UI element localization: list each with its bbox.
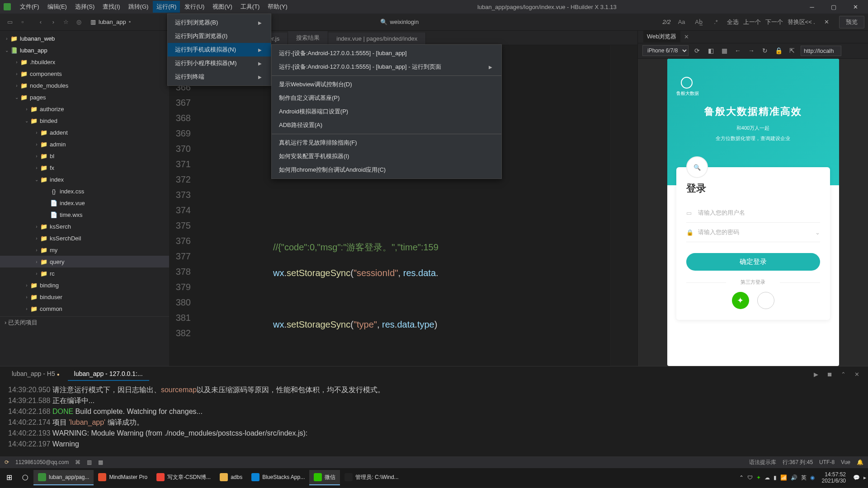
console-clear-icon[interactable]: ✕ (851, 371, 863, 378)
editor-tab[interactable]: index.vue | pages/binded/index (328, 33, 426, 45)
start-button[interactable]: ⊞ (2, 470, 17, 485)
menu-item[interactable]: 运行到小程序模拟器(M)▶ (168, 56, 271, 70)
preview-tab-close-icon[interactable]: ✕ (684, 33, 689, 40)
syntax-hint[interactable]: 语法提示库 (749, 459, 776, 466)
bell-icon[interactable]: 🔔 (857, 459, 863, 465)
menu-item[interactable]: 运行到浏览器(B)▶ (168, 16, 271, 29)
tree-item-addent[interactable]: ›📁addent (0, 127, 169, 138)
tree-item-pages[interactable]: ⌄📁pages (0, 91, 169, 103)
tree-item-my[interactable]: ›📁my (0, 244, 169, 256)
tree-item-bl[interactable]: ›📁bl (0, 150, 169, 162)
tree-item-common[interactable]: ›📁common (0, 303, 169, 314)
menu-item[interactable]: 显示Webview调试控制台(D) (272, 78, 501, 91)
minimize-button[interactable]: ─ (803, 4, 821, 10)
encoding[interactable]: UTF-8 (819, 459, 835, 465)
save-icon[interactable]: ▫ (16, 16, 29, 28)
lock-icon[interactable]: 🔒 (774, 47, 783, 54)
new-file-icon[interactable]: ▭ (4, 16, 16, 28)
tree-item-index.vue[interactable]: 📄index.vue (0, 197, 169, 209)
menu-item[interactable]: 运行-[设备:Android-127.0.0.1:5555] - [luban_… (272, 47, 501, 60)
tree-item-binding[interactable]: ›📁binding (0, 279, 169, 291)
menu-item[interactable]: 运行-[设备:Android-127.0.0.1:5555] - [luban_… (272, 60, 501, 74)
device-select[interactable]: iPhone 6/7/8 (642, 45, 689, 56)
console-tab[interactable]: luban_app - 127.0.0.1:... (68, 367, 149, 381)
preview-url[interactable]: http://localh (801, 46, 841, 56)
word-icon[interactable]: Ab̲ (693, 16, 705, 28)
menu-1[interactable]: 编辑(E) (44, 1, 71, 13)
maximize-button[interactable]: ▢ (825, 4, 843, 10)
taskbar-app[interactable]: BlueStacks App... (247, 470, 309, 485)
tree-item-query[interactable]: ›📁query (0, 256, 169, 267)
closed-projects[interactable]: › 已关闭项目 (0, 316, 169, 328)
menu-item[interactable]: 运行到内置浏览器(I) (168, 29, 271, 43)
menu-item[interactable]: 运行到手机或模拟器(N)▶ (168, 43, 271, 56)
close-search-icon[interactable]: ✕ (824, 19, 829, 25)
user-account[interactable]: 1129861050@qq.com (15, 459, 69, 465)
menu-0[interactable]: 文件(F) (16, 1, 43, 13)
menu-2[interactable]: 选择(S) (71, 1, 98, 13)
taskbar-app[interactable]: 微信 (309, 470, 340, 485)
tree-item-luban_app[interactable]: ⌄📗luban_app (0, 44, 169, 56)
menu-item[interactable]: Android模拟器端口设置(P) (272, 105, 501, 118)
tree-item-authorize[interactable]: ›📁authorize (0, 103, 169, 115)
menu-8[interactable]: 工具(T) (237, 1, 264, 13)
tree-item-binduser[interactable]: ›📁binduser (0, 291, 169, 303)
forward-icon[interactable]: → (746, 47, 756, 54)
toolbar-link[interactable]: 下一个 (765, 19, 783, 25)
menu-item[interactable]: ADB路径设置(A) (272, 118, 501, 132)
console-run-icon[interactable]: ▶ (810, 371, 822, 378)
active-file-tab[interactable]: ▥ luban_app • (85, 14, 136, 30)
menu-item[interactable]: 如何安装配置手机模拟器(I) (272, 150, 501, 163)
inspect-icon[interactable]: ◧ (706, 47, 716, 54)
console-stop-icon[interactable]: ⏹ (824, 371, 835, 378)
panel-icon[interactable]: ▥ (87, 459, 92, 465)
rotate-icon[interactable]: ⟳ (692, 47, 702, 54)
tree-item-components[interactable]: ›📁components (0, 68, 169, 80)
taskbar-clock[interactable]: 14:57:52 2021/6/30 (818, 471, 849, 484)
nav-forward-icon[interactable]: › (47, 16, 60, 28)
nav-back-icon[interactable]: ‹ (34, 16, 47, 28)
language-mode[interactable]: Vue (841, 459, 850, 465)
system-tray[interactable]: ⌃ 🛡 ✦ ☁ ▮ 📶 🔊 英 ◉ 14:57:52 2021/6/30 💬 ▸ (739, 471, 866, 484)
toolbar-link[interactable]: 全选 (727, 19, 739, 25)
menu-6[interactable]: 发行(U) (181, 1, 208, 13)
taskbar-app[interactable]: adbs (215, 470, 247, 485)
cortana-button[interactable]: ◯ (18, 470, 33, 485)
tree-item-.hbuilderx[interactable]: ›📁.hbuilderx (0, 56, 169, 68)
console-log[interactable]: 14:39:20.950 请注意运行模式下，因日志输出、sourcemap以及未… (0, 382, 868, 456)
close-button[interactable]: ✕ (846, 4, 864, 10)
taskbar-app[interactable]: 管理员: C:\Wind... (340, 470, 403, 485)
taskbar-app[interactable]: luban_app/pag... (33, 470, 94, 485)
menu-3[interactable]: 查找(I) (99, 1, 123, 13)
action-center-icon[interactable]: ▸ (863, 474, 866, 481)
tree-item-index[interactable]: ⌄📁index (0, 174, 169, 185)
tray-chevron-icon[interactable]: ⌃ (739, 474, 744, 481)
back-icon[interactable]: ← (733, 47, 743, 54)
menu-5[interactable]: 运行(R) (153, 1, 180, 13)
sync-icon[interactable]: ⟳ (5, 459, 9, 465)
tree-item-ksSerch[interactable]: ›📁ksSerch (0, 221, 169, 232)
menu-item[interactable]: 真机运行常见故障排除指南(F) (272, 136, 501, 150)
tree-item-index.css[interactable]: {}index.css (0, 185, 169, 197)
notifications-icon[interactable]: 💬 (853, 474, 860, 481)
console-tab[interactable]: luban_app - H5 (5, 367, 66, 381)
tree-item-binded[interactable]: ⌄📁binded (0, 115, 169, 127)
menu-item[interactable]: 如何用chrome控制台调试Android应用(C) (272, 163, 501, 177)
taskbar-app[interactable]: MindMaster Pro (94, 470, 152, 485)
tree-item-node_modules[interactable]: ›📁node_modules (0, 80, 169, 91)
tree-item-time.wxs[interactable]: 📄time.wxs (0, 209, 169, 221)
preview-tab[interactable]: Web浏览器 (643, 31, 680, 42)
case-icon[interactable]: Aa (675, 16, 688, 28)
tree-item-admin[interactable]: ›📁admin (0, 138, 169, 150)
dropdown-icon[interactable]: ⌄ (815, 229, 820, 236)
minimap[interactable] (610, 45, 637, 366)
external-icon[interactable]: ⇱ (787, 47, 797, 54)
menu-7[interactable]: 视图(V) (209, 1, 236, 13)
preview-button[interactable]: 预览 (839, 16, 864, 28)
editor-tab[interactable]: 搜索结果 (288, 31, 328, 45)
menu-9[interactable]: 帮助(Y) (264, 1, 291, 13)
menu-item[interactable]: 运行到终端▶ (168, 70, 271, 84)
reload-icon[interactable]: ↻ (760, 47, 770, 54)
regex-icon[interactable]: .* (710, 16, 722, 28)
console-collapse-icon[interactable]: ⌃ (837, 371, 849, 378)
